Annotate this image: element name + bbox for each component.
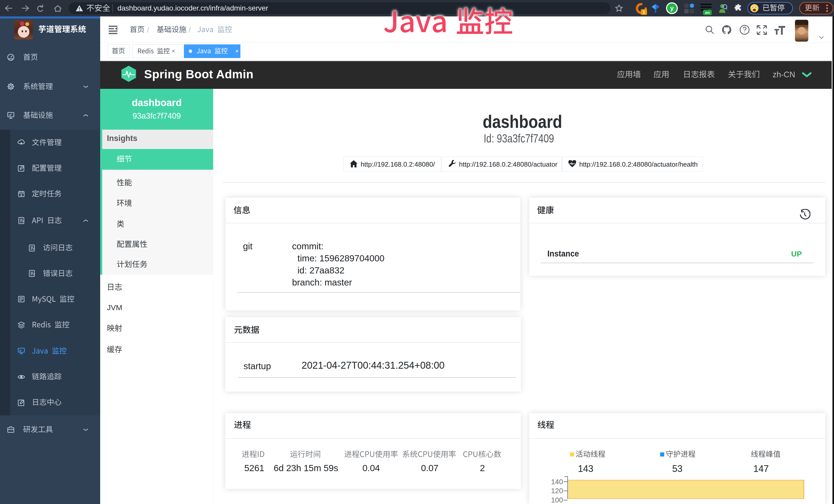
svg-text:1: 1	[643, 10, 645, 15]
svg-text:y: y	[670, 5, 674, 12]
svg-text:on: on	[705, 10, 710, 15]
